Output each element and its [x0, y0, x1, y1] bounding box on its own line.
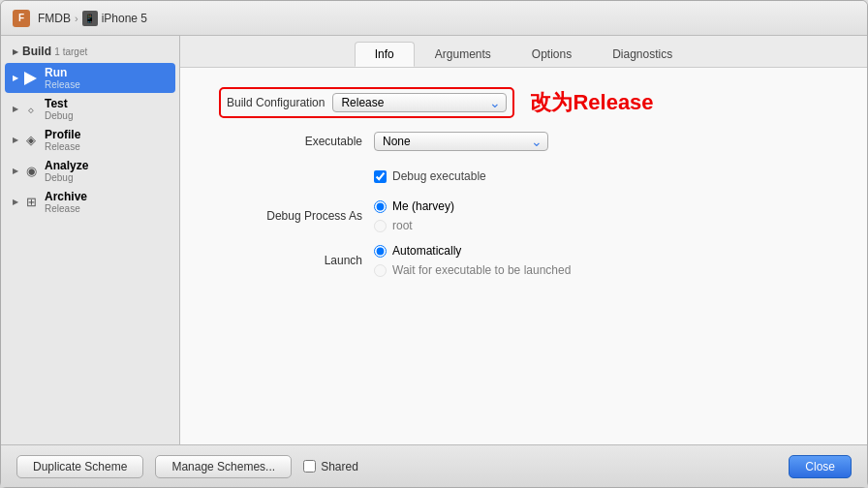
debug-executable-checkbox[interactable] — [374, 170, 387, 183]
debug-executable-label: Debug executable — [392, 169, 486, 183]
executable-label: Executable — [219, 135, 374, 148]
build-sublabel: 1 target — [54, 46, 87, 57]
launch-wait-row: Wait for executable to be launched — [374, 263, 571, 277]
debug-process-me-row: Me (harvey) — [374, 199, 454, 213]
launch-auto-radio[interactable] — [374, 245, 387, 258]
launch-wait-radio[interactable] — [374, 264, 387, 277]
test-sublabel: Debug — [45, 110, 73, 121]
profile-label: Profile — [45, 128, 80, 141]
analyze-label: Analyze — [45, 159, 88, 172]
analyze-sublabel: Debug — [45, 172, 88, 183]
build-configuration-row: Build Configuration Release Debug 改为Rele… — [219, 87, 828, 118]
sidebar-item-profile[interactable]: ▶ ◈ Profile Release — [5, 125, 175, 155]
sidebar-item-build[interactable]: ▶ Build 1 target — [5, 41, 175, 62]
executable-control: None — [374, 132, 548, 151]
shared-label: Shared — [321, 460, 358, 473]
debug-process-me-label: Me (harvey) — [392, 199, 454, 213]
analyze-expand-arrow-icon: ▶ — [13, 167, 18, 175]
detail-panel: Info Arguments Options Diagnostics Build… — [180, 36, 867, 444]
debug-process-radio-group: Me (harvey) root — [374, 199, 454, 232]
profile-sublabel: Release — [45, 141, 80, 152]
project-icon: F — [13, 10, 30, 27]
debug-executable-control: Debug executable — [374, 169, 486, 183]
debug-process-root-label: root — [392, 219, 413, 232]
sidebar-item-analyze[interactable]: ▶ ◉ Analyze Debug — [5, 156, 175, 186]
executable-select-wrapper: None — [374, 132, 548, 151]
build-configuration-select[interactable]: Release Debug — [332, 93, 507, 112]
debug-process-control: Me (harvey) root — [374, 199, 454, 232]
launch-radio-group: Automatically Wait for executable to be … — [374, 244, 571, 277]
expand-arrow-icon: ▶ — [13, 47, 18, 56]
build-configuration-select-wrapper: Release Debug — [332, 93, 507, 112]
archive-label: Archive — [45, 190, 87, 203]
device-icon: 📱 — [82, 11, 98, 26]
analyze-icon: ◉ — [22, 163, 40, 180]
archive-sublabel: Release — [45, 203, 87, 214]
build-configuration-label: Build Configuration — [227, 96, 325, 109]
tab-arguments[interactable]: Arguments — [415, 42, 512, 67]
xcode-scheme-editor: F FMDB › 📱 iPhone 5 ▶ Build 1 target ▶ — [0, 0, 868, 488]
profile-icon: ◈ — [22, 132, 40, 149]
build-label: Build — [22, 45, 51, 58]
launch-row: Launch Automatically Wait for executable… — [219, 244, 828, 277]
manage-schemes-button[interactable]: Manage Schemes... — [155, 455, 292, 478]
breadcrumb: FMDB › 📱 iPhone 5 — [38, 11, 147, 26]
annotation-text: 改为Release — [530, 88, 653, 117]
debug-executable-checkbox-row: Debug executable — [374, 169, 486, 183]
profile-expand-arrow-icon: ▶ — [13, 136, 18, 144]
sidebar-item-archive[interactable]: ▶ ⊞ Archive Release — [5, 187, 175, 217]
shared-checkbox-group: Shared — [303, 460, 358, 473]
debug-process-me-radio[interactable] — [374, 200, 387, 213]
tabs-bar: Info Arguments Options Diagnostics — [180, 36, 867, 68]
test-label: Test — [45, 97, 73, 110]
tab-info[interactable]: Info — [355, 42, 415, 67]
archive-icon: ⊞ — [22, 194, 40, 211]
launch-label: Launch — [219, 254, 374, 267]
debug-process-row: Debug Process As Me (harvey) root — [219, 199, 828, 232]
debug-process-label: Debug Process As — [219, 209, 374, 223]
test-expand-arrow-icon: ▶ — [13, 105, 18, 113]
close-button[interactable]: Close — [789, 455, 852, 478]
shared-checkbox[interactable] — [303, 460, 316, 473]
tab-options[interactable]: Options — [512, 42, 592, 67]
sidebar: ▶ Build 1 target ▶ Run Release ▶ — [1, 36, 180, 444]
test-icon: ⬦ — [22, 101, 40, 118]
launch-auto-label: Automatically — [392, 244, 461, 258]
run-expand-arrow-icon: ▶ — [13, 74, 18, 82]
build-item-text: Build 1 target — [22, 45, 87, 58]
debug-executable-row: Debug executable — [219, 165, 828, 188]
analyze-item-text: Analyze Debug — [45, 159, 88, 183]
debug-process-root-row: root — [374, 219, 454, 232]
archive-item-text: Archive Release — [45, 190, 87, 214]
debug-process-root-radio[interactable] — [374, 220, 387, 232]
breadcrumb-separator: › — [75, 13, 78, 24]
executable-select[interactable]: None — [374, 132, 548, 151]
sidebar-item-run[interactable]: ▶ Run Release — [5, 63, 175, 93]
launch-wait-label: Wait for executable to be launched — [392, 263, 571, 277]
project-name: FMDB — [38, 12, 71, 25]
main-content: ▶ Build 1 target ▶ Run Release ▶ — [1, 36, 867, 444]
test-item-text: Test Debug — [45, 97, 73, 121]
titlebar: F FMDB › 📱 iPhone 5 — [1, 1, 867, 36]
launch-auto-row: Automatically — [374, 244, 571, 258]
launch-control: Automatically Wait for executable to be … — [374, 244, 571, 277]
duplicate-scheme-button[interactable]: Duplicate Scheme — [16, 455, 143, 478]
run-item-text: Run Release — [45, 66, 80, 90]
form-area: Build Configuration Release Debug 改为Rele… — [180, 68, 867, 444]
tab-diagnostics[interactable]: Diagnostics — [592, 42, 693, 67]
archive-expand-arrow-icon: ▶ — [13, 198, 18, 206]
executable-row: Executable None — [219, 130, 828, 153]
run-sublabel: Release — [45, 79, 80, 90]
bottom-bar: Duplicate Scheme Manage Schemes... Share… — [1, 444, 867, 487]
run-label: Run — [45, 66, 80, 79]
device-name: iPhone 5 — [102, 12, 147, 25]
sidebar-item-test[interactable]: ▶ ⬦ Test Debug — [5, 94, 175, 124]
run-play-icon — [22, 70, 40, 87]
profile-item-text: Profile Release — [45, 128, 80, 152]
build-configuration-highlighted: Build Configuration Release Debug — [219, 87, 514, 118]
